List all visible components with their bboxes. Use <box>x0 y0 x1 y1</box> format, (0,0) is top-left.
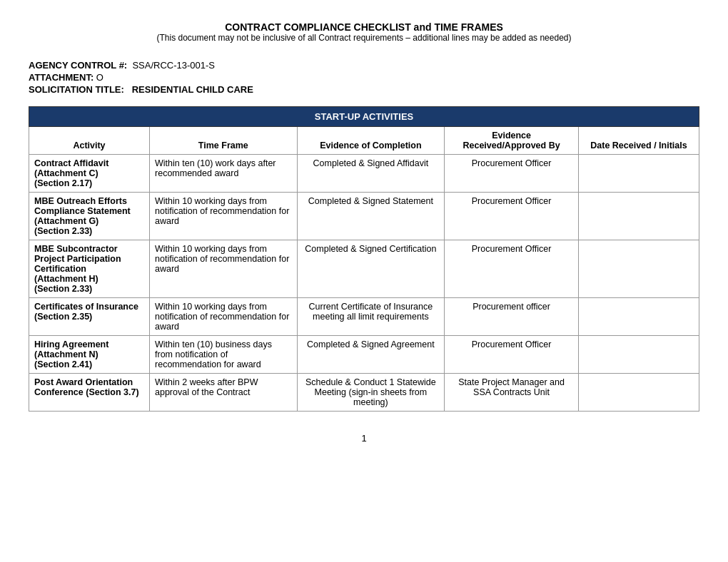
solicitation-label: SOLICITATION TITLE: <box>29 84 124 95</box>
cell-received-by: Procurement Officer <box>445 240 579 298</box>
cell-date <box>578 155 699 193</box>
cell-received-by: Procurement Officer <box>445 193 579 240</box>
agency-line: AGENCY CONTROL #: SSA/RCC-13-001-S <box>29 60 699 71</box>
cell-timeframe: Within ten (10) work days after recommen… <box>150 155 298 193</box>
attachment-line: ATTACHMENT: O <box>29 72 699 83</box>
agency-label: AGENCY CONTROL #: <box>29 60 127 71</box>
cell-activity: Contract Affidavit(Attachment C)(Section… <box>29 155 150 193</box>
checklist-table: START-UP ACTIVITIES Activity Time Frame … <box>29 106 699 412</box>
solicitation-line: SOLICITATION TITLE: RESIDENTIAL CHILD CA… <box>29 84 699 95</box>
attachment-label: ATTACHMENT: <box>29 72 93 83</box>
col-header-date: Date Received / Initials <box>578 127 699 155</box>
cell-timeframe: Within 10 working days from notification… <box>150 193 298 240</box>
table-row: MBE Subcontractor Project Participation … <box>29 240 699 298</box>
page-title: CONTRACT COMPLIANCE CHECKLIST and TIME F… <box>29 21 699 43</box>
cell-received-by: State Project Manager and SSA Contracts … <box>445 374 579 412</box>
table-row: Post Award Orientation Conference (Secti… <box>29 374 699 412</box>
cell-evidence: Completed & Signed Affidavit <box>297 155 445 193</box>
section-header-row: START-UP ACTIVITIES <box>29 107 699 127</box>
table-row: Hiring Agreement(Attachment N)(Section 2… <box>29 336 699 374</box>
cell-timeframe: Within ten (10) business days from notif… <box>150 336 298 374</box>
col-header-activity: Activity <box>29 127 150 155</box>
cell-date <box>578 193 699 240</box>
solicitation-value: RESIDENTIAL CHILD CARE <box>132 84 253 95</box>
meta-info: AGENCY CONTROL #: SSA/RCC-13-001-S ATTAC… <box>29 60 699 95</box>
cell-evidence: Completed & Signed Certification <box>297 240 445 298</box>
cell-evidence: Current Certificate of Insurance meeting… <box>297 298 445 336</box>
cell-date <box>578 240 699 298</box>
cell-timeframe: Within 10 working days from notification… <box>150 240 298 298</box>
attachment-value: O <box>96 72 103 83</box>
page-number: 1 <box>29 433 699 444</box>
cell-activity: MBE Subcontractor Project Participation … <box>29 240 150 298</box>
cell-evidence: Completed & Signed Statement <box>297 193 445 240</box>
cell-received-by: Procurement Officer <box>445 155 579 193</box>
cell-timeframe: Within 10 working days from notification… <box>150 298 298 336</box>
main-title: CONTRACT COMPLIANCE CHECKLIST and TIME F… <box>29 21 699 33</box>
col-header-evidence: Evidence of Completion <box>297 127 445 155</box>
cell-activity: Certificates of Insurance(Section 2.35) <box>29 298 150 336</box>
cell-date <box>578 298 699 336</box>
cell-date <box>578 336 699 374</box>
cell-timeframe: Within 2 weeks after BPW approval of the… <box>150 374 298 412</box>
cell-evidence: Schedule & Conduct 1 Statewide Meeting (… <box>297 374 445 412</box>
col-header-timeframe: Time Frame <box>150 127 298 155</box>
cell-activity: Post Award Orientation Conference (Secti… <box>29 374 150 412</box>
subtitle: (This document may not be inclusive of a… <box>29 33 699 43</box>
cell-received-by: Procurement officer <box>445 298 579 336</box>
table-row: Certificates of Insurance(Section 2.35)W… <box>29 298 699 336</box>
cell-received-by: Procurement Officer <box>445 336 579 374</box>
cell-evidence: Completed & Signed Agreement <box>297 336 445 374</box>
table-row: MBE Outreach Efforts Compliance Statemen… <box>29 193 699 240</box>
section-header-cell: START-UP ACTIVITIES <box>29 107 699 127</box>
column-header-row: Activity Time Frame Evidence of Completi… <box>29 127 699 155</box>
cell-date <box>578 374 699 412</box>
cell-activity: Hiring Agreement(Attachment N)(Section 2… <box>29 336 150 374</box>
cell-activity: MBE Outreach Efforts Compliance Statemen… <box>29 193 150 240</box>
col-header-received-by: Evidence Received/Approved By <box>445 127 579 155</box>
agency-value: SSA/RCC-13-001-S <box>132 60 215 71</box>
table-row: Contract Affidavit(Attachment C)(Section… <box>29 155 699 193</box>
